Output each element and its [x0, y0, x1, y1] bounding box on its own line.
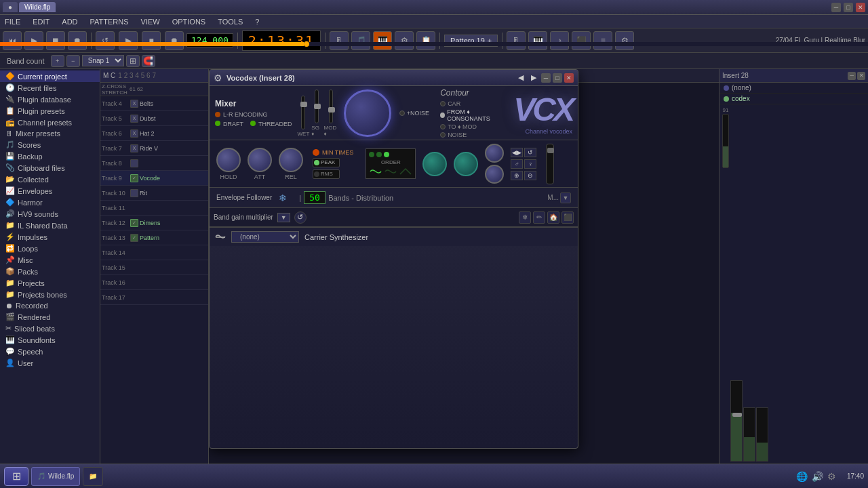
knob-att[interactable]	[248, 148, 272, 172]
step-btn[interactable]: ⬛	[572, 31, 591, 50]
nav-btn5[interactable]: ⊕	[511, 171, 523, 180]
carrier-select[interactable]: (none)	[231, 231, 299, 243]
strip-2[interactable]	[743, 407, 755, 462]
settings-btn[interactable]: ⚙	[615, 31, 634, 50]
close-button[interactable]: ✕	[856, 3, 865, 12]
track-mute-7[interactable]: X	[130, 144, 138, 152]
strip-main[interactable]	[730, 380, 743, 462]
peak-rms-switch[interactable]: PEAK	[313, 158, 340, 167]
sidebar-item-scores[interactable]: 🎵 Scores	[0, 139, 100, 150]
sidebar-item-misc[interactable]: 📌 Misc	[0, 254, 100, 266]
fader-thumb-mod[interactable]	[328, 107, 335, 113]
minimize-button[interactable]: ─	[831, 3, 841, 12]
band-btn-1[interactable]: ▼	[560, 192, 571, 203]
gain-dropdown[interactable]: ▼	[277, 213, 290, 222]
gain-icon-3[interactable]: 🏠	[547, 211, 559, 224]
sidebar-item-plugin-presets[interactable]: 📋 Plugin presets	[0, 105, 100, 117]
insert-item-none[interactable]: (none)	[719, 83, 868, 94]
sidebar-item-user[interactable]: 👤 User	[0, 357, 100, 369]
sidebar-item-recorded[interactable]: ⏺ Recorded	[0, 300, 100, 311]
progress-bar[interactable]	[0, 42, 868, 46]
tab-main[interactable]: Wilde.flp	[19, 2, 56, 12]
vcx-maximize[interactable]: □	[553, 73, 562, 83]
snap-select[interactable]: Snap 1 Snap 2 Snap 4	[82, 55, 124, 66]
car-option[interactable]: CAR	[440, 100, 508, 107]
fader-track-wet[interactable]	[301, 96, 305, 129]
nav-btn6[interactable]: ⊖	[524, 171, 536, 180]
vcx-main-knob[interactable]	[344, 89, 391, 137]
maximize-button[interactable]: □	[844, 3, 853, 12]
fader-thumb-sg[interactable]	[314, 104, 321, 109]
toolbar-btn-4[interactable]: ⏺	[68, 31, 87, 50]
zoom-in-btn[interactable]: +	[51, 55, 64, 67]
menu-tools[interactable]: TOOLS	[216, 17, 245, 26]
sidebar-item-harmor[interactable]: 🔷 Harmor	[0, 197, 100, 208]
noise-radio[interactable]	[399, 110, 405, 116]
track-mute-8[interactable]	[130, 159, 138, 167]
knob-teal2[interactable]	[454, 152, 478, 176]
toolbar-btn-3[interactable]: ⏹	[46, 31, 65, 50]
sidebar-item-mixer-presets[interactable]: 🎚 Mixer presets	[0, 128, 100, 139]
taskbar-item-2[interactable]: 📁	[83, 467, 103, 486]
strip-3[interactable]	[756, 407, 768, 462]
rewind-btn[interactable]: ↺	[96, 31, 115, 50]
sidebar-item-loops[interactable]: 🔁 Loops	[0, 243, 100, 254]
mod-option[interactable]: TO ♦ MOD	[440, 123, 508, 130]
gain-icon-4[interactable]: ⬛	[561, 211, 574, 224]
progress-thumb[interactable]	[304, 41, 309, 47]
vcx-v-slider[interactable]	[546, 144, 554, 184]
play-btn[interactable]: ▶	[119, 31, 138, 50]
car-radio[interactable]	[440, 101, 446, 106]
sidebar-item-backup[interactable]: 💾 Backup	[0, 150, 100, 162]
vcx-nav-next[interactable]: ▶	[531, 73, 536, 83]
sidebar-item-soundfonts[interactable]: 🎹 Soundfonts	[0, 334, 100, 346]
band-count-display[interactable]: 50	[304, 191, 326, 204]
sidebar-item-impulses[interactable]: ⚡ Impulses	[0, 231, 100, 243]
track-mute-13[interactable]: ✓	[130, 234, 138, 242]
nav-btn3[interactable]: ♂	[511, 159, 523, 169]
toolbar-btn-7[interactable]: ⚙	[395, 31, 414, 50]
sidebar-item-plugin-database[interactable]: 🔌 Plugin database	[0, 94, 100, 105]
menu-options[interactable]: OPTIONS	[170, 17, 208, 26]
piano-btn[interactable]: ♪	[550, 31, 569, 50]
sidebar-item-il-shared[interactable]: 📁 IL Shared Data	[0, 220, 100, 231]
tab-dot[interactable]: ●	[3, 2, 18, 12]
fader-track-mod[interactable]	[329, 89, 333, 123]
knob-teal1[interactable]	[422, 152, 447, 176]
nav-btn1[interactable]: ◀▶	[511, 148, 523, 157]
sidebar-item-hv9[interactable]: 🔊 HV9 sounds	[0, 208, 100, 220]
knob-extra1[interactable]	[485, 144, 504, 163]
taskbar-item-wilde[interactable]: 🎵 Wilde.flp	[31, 467, 80, 486]
insert-item-codex[interactable]: codex	[719, 94, 868, 104]
vcx-nav-prev[interactable]: ◀	[518, 73, 524, 83]
toolbar-btn-6[interactable]: 🎵	[351, 31, 370, 50]
insert-close[interactable]: ✕	[857, 72, 865, 80]
knob-extra2[interactable]	[485, 165, 504, 184]
sidebar-item-speech[interactable]: 💬 Speech	[0, 346, 100, 357]
gain-reset-btn[interactable]: ↺	[294, 211, 307, 224]
track-mute-6[interactable]: X	[130, 129, 138, 138]
vcx-minimize[interactable]: ─	[541, 73, 551, 83]
fader-91[interactable]	[722, 114, 729, 168]
sidebar-item-current-project[interactable]: 🔶 Current project	[0, 70, 100, 82]
menu-patterns[interactable]: PATTERNS	[88, 17, 131, 26]
menu-view[interactable]: VIEW	[139, 17, 162, 26]
sidebar-item-rendered[interactable]: 🎬 Rendered	[0, 311, 100, 323]
track-mute-10[interactable]	[130, 189, 138, 197]
stop-btn[interactable]: ■	[142, 31, 161, 50]
menu-help[interactable]: ?	[253, 17, 261, 26]
magnet-btn[interactable]: 🧲	[142, 55, 155, 67]
channel-btn[interactable]: 🎹	[528, 31, 547, 50]
sidebar-item-clipboard-files[interactable]: 📎 Clipboard files	[0, 162, 100, 174]
grid-btn[interactable]: ⊞	[126, 55, 140, 67]
menu-edit[interactable]: EDIT	[31, 17, 52, 26]
knob-hold[interactable]	[216, 148, 241, 172]
consonants-option[interactable]: FROM ♦ CONSONANTS	[440, 108, 508, 122]
sidebar-item-packs[interactable]: 📦 Packs	[0, 266, 100, 277]
snowflake-icon[interactable]: ❄	[279, 192, 287, 203]
menu-file[interactable]: FILE	[3, 17, 22, 26]
record-btn[interactable]: ⏺	[165, 31, 184, 50]
sidebar-item-recent-files[interactable]: 🕐 Recent files	[0, 82, 100, 94]
playlist-btn[interactable]: ≡	[593, 31, 612, 50]
strip-main-fader[interactable]	[732, 413, 742, 417]
